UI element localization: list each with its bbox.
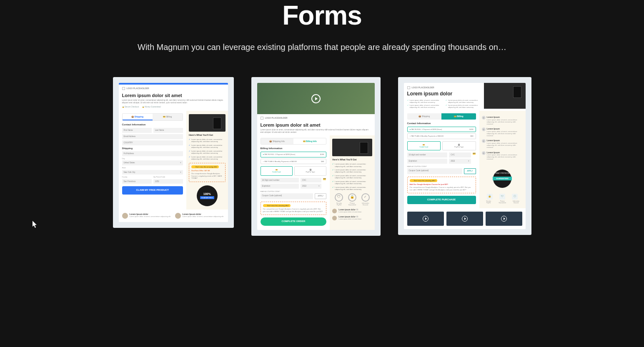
headline: Lorem ipsum dolor — [407, 91, 481, 97]
offer-box[interactable]: ⚡ Don't miss this amazing offer! OneTime… — [189, 163, 226, 182]
tab-shipping[interactable]: 📦 Shipping — [123, 114, 153, 121]
template-cards-row: LOGO PLACEHOLDER Lorem ipsum dolor sit a… — [0, 77, 644, 236]
tab-billing[interactable]: 💳 Billing — [153, 114, 183, 121]
headline: Lorem ipsum dolor sit amet — [119, 91, 228, 99]
trust-icons: 🔒🛡ⓘ — [484, 194, 521, 200]
contact-label: Contact Information — [122, 123, 183, 127]
form-template-3[interactable]: LOGO PLACEHOLDER Lorem ipsum dolor Lorem… — [398, 77, 531, 235]
benefits-heading: Here's What You'll Get — [332, 158, 372, 161]
benefits-list: Lorem ipsum dolor sit amet, consectetur … — [332, 163, 372, 191]
step-tabs: 📦 Shipping 💳 Billing — [122, 113, 183, 121]
page-subtitle: With Magnum you can leverage existing pl… — [0, 42, 644, 52]
paypal-option[interactable]: 🅿PayPal Type — [294, 166, 326, 175]
card-number-field[interactable]: 16 Digit card number — [261, 178, 299, 183]
card-number-field[interactable]: 16 digit card number — [407, 152, 448, 157]
exp-year-select[interactable]: 2022 — [301, 184, 321, 189]
logo-placeholder: LOGO PLACEHOLDER — [119, 85, 228, 91]
step-tabs: 📦 Shipping Info 💳 Billing Info — [261, 138, 327, 145]
tab-billing[interactable]: 💳 Billing — [441, 113, 476, 120]
product-image — [189, 114, 226, 132]
form-template-2[interactable]: LOGO PLACEHOLDER Lorem ipsum dolor sit a… — [251, 77, 381, 236]
play-icon[interactable] — [462, 216, 468, 222]
cvc-field[interactable]: CVC — [301, 178, 321, 183]
trust-row: Secure CheckoutMoney Guaranteed — [119, 106, 228, 111]
testimonials: Lorem Ipsum dolorLorem ipsum dolor sit a… — [119, 210, 228, 222]
benefits-list: Lorem ipsum dolor sit amet, consectetur … — [189, 138, 226, 160]
billing-label: Billing Information — [261, 147, 327, 150]
address-field[interactable]: Full Address — [122, 151, 183, 156]
last-name-field[interactable]: Last Name — [153, 128, 183, 133]
play-icon[interactable] — [311, 94, 321, 103]
pay-plan-radio[interactable]: PAY PLAN 4 Monthly Payments of $60.00$60 — [261, 159, 327, 164]
feature-list: ◎Lorem IpsumLorem ipsum dolor sit amet, … — [482, 114, 523, 164]
subheadline: Lorem ipsum dolor sit amet, consectetuer… — [119, 99, 228, 106]
credit-card-option[interactable]: 💳Credit Card — [407, 141, 441, 150]
avatar — [122, 213, 128, 219]
tab-shipping[interactable]: 📦 Shipping — [407, 113, 442, 120]
expiration-field[interactable]: Expiration — [407, 159, 448, 164]
coupon-field[interactable]: Coupon Code (optional) — [407, 168, 463, 174]
claim-button[interactable]: CLAIM MY FREE PRODUCT — [122, 186, 183, 195]
cvc-field[interactable]: CVC — [449, 152, 471, 157]
headline: Lorem ipsum dolor sit amet — [257, 120, 375, 129]
page-title: Forms — [0, 0, 644, 31]
guarantee-badge: 100% GUARANTEED — [197, 185, 218, 206]
benefits-heading: Here's What You'll Get — [189, 134, 226, 137]
video-thumb[interactable] — [486, 212, 522, 226]
offer-box[interactable]: ⚡ Don't miss this amazing offer! Add Our… — [407, 177, 476, 194]
first-name-field[interactable]: First Name — [122, 128, 152, 133]
apply-button[interactable]: APPLY — [315, 193, 326, 199]
avatar — [175, 213, 181, 219]
hero-video[interactable] — [257, 83, 375, 114]
contact-label: Contact Information — [407, 122, 476, 125]
privacy-badge: PRIVACY PROTECTED GUARANTEED — [491, 167, 514, 190]
testimonial: Lorem ipsum dolor 66Lorem ipsum dolor si… — [332, 209, 372, 213]
pay-plan-radio[interactable]: PAY PLAN 4 Monthly Payments of $60.00$60 — [407, 133, 476, 139]
offer-box[interactable]: ⚡ Don't miss this amazing offer! Our com… — [261, 202, 327, 215]
state-select[interactable]: New York City — [122, 170, 183, 175]
credit-card-option[interactable]: 💳Credit Card — [261, 166, 293, 175]
country-select[interactable]: United States — [122, 160, 183, 165]
apply-button[interactable]: APPLY — [464, 168, 476, 174]
pay-full-radio[interactable]: PAY IN FULL 1 Payment of $200 (Save)$200 — [261, 152, 327, 157]
county-field[interactable]: San Francisco — [122, 179, 152, 184]
video-thumb[interactable] — [446, 212, 483, 226]
zip-field[interactable]: 1252 — [153, 179, 183, 184]
exp-year-select[interactable]: 2022 — [449, 159, 471, 164]
complete-order-button[interactable]: COMPLETE ORDER — [261, 217, 327, 226]
coupon-field[interactable]: Coupon Code (optional) — [261, 193, 313, 199]
play-icon[interactable] — [423, 216, 428, 222]
paypal-option[interactable]: 🅿PayPal Type — [442, 141, 476, 150]
complete-purchase-button[interactable]: COMPLETE PURCHASE — [407, 196, 476, 204]
pay-full-radio[interactable]: PAY IN FULL 1 Payment of $200 (Save)$200 — [407, 127, 476, 132]
video-thumb[interactable] — [407, 212, 444, 226]
product-image — [484, 83, 525, 109]
trust-badges: 🛡🔒✓ — [332, 193, 372, 202]
tab-shipping[interactable]: 📦 Shipping Info — [261, 138, 293, 145]
product-image — [332, 139, 372, 156]
country-field[interactable]: COUNTRY — [122, 140, 183, 145]
logo-placeholder: LOGO PLACEHOLDER — [257, 114, 375, 120]
form-template-1[interactable]: LOGO PLACEHOLDER Lorem ipsum dolor sit a… — [113, 77, 234, 228]
email-field[interactable]: Email Address — [122, 134, 183, 139]
tab-billing[interactable]: 💳 Billing Info — [293, 138, 326, 145]
play-icon[interactable] — [501, 216, 507, 222]
subheadline: Lorem ipsum dolor sit amet, consectetuer… — [257, 129, 375, 135]
video-thumbnails — [404, 208, 526, 229]
expiration-field[interactable]: Expiration — [261, 184, 299, 189]
shipping-label: Shipping — [122, 147, 183, 150]
testimonial: Lorem ipsum dolor 66Lorem ipsum dolor si… — [332, 216, 372, 220]
